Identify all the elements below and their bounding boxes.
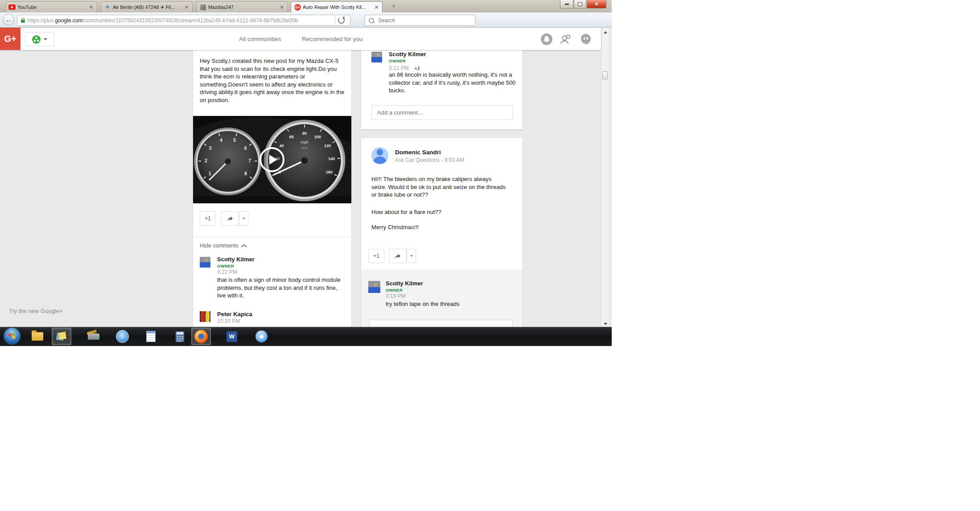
svg-text:4: 4 — [220, 138, 222, 143]
share-arrow-icon — [226, 215, 234, 222]
svg-text:6: 6 — [244, 146, 247, 151]
taskbar-item-calculator[interactable] — [170, 328, 189, 345]
comment-time: 3:18 PM — [386, 293, 406, 299]
close-window-button[interactable]: ✕ — [587, 0, 606, 8]
svg-text:0: 0 — [279, 170, 281, 174]
firefox-icon — [194, 330, 208, 343]
svg-text:km/h: km/h — [301, 146, 308, 149]
comment-author[interactable]: Scotty Kilmer — [217, 256, 255, 263]
svg-text:7: 7 — [248, 158, 251, 163]
search-input[interactable] — [377, 17, 459, 24]
notifications-bell-icon[interactable] — [540, 33, 553, 45]
comment-author[interactable]: Peter Kapica — [217, 311, 252, 317]
taskbar-item-archiver[interactable] — [84, 328, 103, 345]
scroll-down-arrow[interactable] — [604, 323, 607, 325]
post-meta[interactable]: Ask Car Questions - 9:03 AM — [395, 157, 464, 163]
tab-recommended-for-you[interactable]: Recommended for you — [302, 36, 363, 42]
share-arrow-icon — [394, 252, 401, 260]
try-new-googleplus-link[interactable]: Try the new Google+ — [9, 308, 63, 314]
lock-icon — [21, 20, 25, 23]
tab-close-icon[interactable]: ✕ — [279, 4, 285, 10]
browser-toolbar: ← https://plus.google.com/communities/11… — [0, 12, 612, 28]
itunes-icon: ♪ — [116, 330, 129, 343]
screenshot-canvas: YouTube ✕ ✈ Air Berlin (AB) #7248 ✈ Fli.… — [0, 0, 980, 511]
post-paragraph: How about for a flare nut?? — [371, 208, 506, 216]
avatar-scotty-kilmer[interactable] — [200, 257, 210, 268]
scrollbar-thumb[interactable] — [602, 71, 608, 79]
plus-one-button[interactable]: +1 — [368, 249, 384, 263]
svg-text:160: 160 — [326, 170, 333, 174]
comment-time: 3:21 PM — [389, 65, 409, 71]
comment-author[interactable]: Scotty Kilmer — [386, 280, 423, 287]
hangouts-icon[interactable] — [580, 33, 592, 45]
share-button[interactable] — [389, 249, 407, 263]
avatar-peter-kapica[interactable] — [200, 311, 210, 322]
svg-text:8: 8 — [244, 171, 247, 176]
desktop: YouTube ✕ ✈ Air Berlin (AB) #7248 ✈ Fli.… — [0, 0, 612, 346]
taskbar-item-firefox[interactable] — [191, 328, 211, 345]
tab-close-icon[interactable]: ✕ — [88, 4, 94, 10]
scroll-up-arrow[interactable] — [604, 31, 607, 33]
tab-auto-repair-active[interactable]: G+ Auto Repair With Scotty Kil... ✕ — [291, 1, 383, 12]
right-post-card: Domenic Sandri Ask Car Questions - 9:03 … — [361, 138, 523, 346]
mazdas-favicon — [199, 4, 206, 11]
tab-title: Mazdas247 — [208, 4, 277, 10]
avatar-scotty-kilmer[interactable] — [371, 52, 382, 62]
youtube-favicon — [8, 4, 16, 11]
avatar-scotty-kilmer[interactable] — [368, 281, 380, 293]
right-top-post-card: Scotty Kilmer OWNER 3:21 PM +1 an 86 lin… — [361, 50, 523, 129]
svg-text:80: 80 — [302, 131, 307, 136]
share-dropdown-button[interactable] — [407, 249, 416, 263]
tab-close-icon[interactable]: ✕ — [184, 4, 189, 10]
taskbar-item-chromium[interactable] — [251, 328, 271, 345]
tab-mazdas247[interactable]: Mazdas247 ✕ — [196, 1, 288, 12]
taskbar-item-notepad[interactable] — [141, 328, 161, 345]
url-text: https://plus.google.com/communities/1107… — [28, 17, 333, 24]
plus-one-count[interactable]: +1 — [414, 66, 420, 71]
tab-all-communities[interactable]: All communities — [239, 36, 281, 42]
vertical-scrollbar[interactable] — [601, 28, 609, 332]
svg-text:3: 3 — [209, 146, 212, 151]
post-author[interactable]: Domenic Sandri — [395, 149, 441, 156]
search-icon — [369, 18, 374, 23]
back-button[interactable]: ← — [3, 14, 14, 25]
gplus-app-bar: G+ All communities Recommended for you — [0, 28, 601, 50]
tab-airberlin[interactable]: ✈ Air Berlin (AB) #7248 ✈ Fli... ✕ — [101, 1, 193, 12]
reload-button[interactable] — [335, 17, 347, 24]
start-button[interactable] — [4, 328, 21, 345]
comment-text: that is often a sign of minor body contr… — [217, 276, 344, 300]
add-comment-input[interactable] — [376, 109, 512, 116]
add-comment-box[interactable] — [371, 105, 513, 120]
tab-youtube[interactable]: YouTube ✕ — [5, 1, 97, 12]
tab-title: Auto Repair With Scotty Kil... — [303, 4, 372, 10]
owner-badge: OWNER — [389, 58, 406, 63]
community-icon — [32, 35, 41, 44]
share-dropdown-button[interactable] — [239, 211, 248, 226]
taskbar-item-sticky-notes[interactable] — [52, 328, 71, 345]
hide-comments-toggle[interactable]: Hide comments — [200, 243, 246, 249]
share-people-icon[interactable] — [559, 33, 572, 45]
minimize-button[interactable] — [560, 0, 573, 8]
notepad-icon — [146, 331, 156, 342]
communities-menu-button[interactable] — [25, 32, 54, 46]
gplus-logo[interactable]: G+ — [0, 28, 21, 50]
folder-icon — [32, 332, 43, 341]
tab-close-icon[interactable]: ✕ — [374, 4, 379, 10]
sticky-notes-icon — [56, 331, 67, 342]
taskbar-item-word[interactable]: W — [222, 328, 242, 345]
comment-time: 10:20 PM — [217, 318, 240, 324]
plus-one-button[interactable]: +1 — [200, 211, 216, 226]
new-tab-button[interactable]: + — [389, 3, 399, 10]
svg-text:60: 60 — [289, 135, 294, 139]
url-bar[interactable]: https://plus.google.com/communities/1107… — [17, 15, 350, 26]
airplane-favicon: ✈ — [104, 4, 111, 11]
taskbar-item-explorer[interactable] — [28, 328, 47, 345]
share-button[interactable] — [221, 211, 239, 226]
calculator-icon — [176, 331, 184, 342]
play-button-icon[interactable] — [259, 147, 284, 172]
taskbar-item-itunes[interactable]: ♪ — [112, 328, 132, 345]
avatar-domenic-sandri[interactable] — [371, 147, 388, 164]
restore-button[interactable] — [574, 0, 586, 8]
search-bar[interactable] — [365, 15, 475, 26]
comment-author[interactable]: Scotty Kilmer — [389, 51, 426, 58]
